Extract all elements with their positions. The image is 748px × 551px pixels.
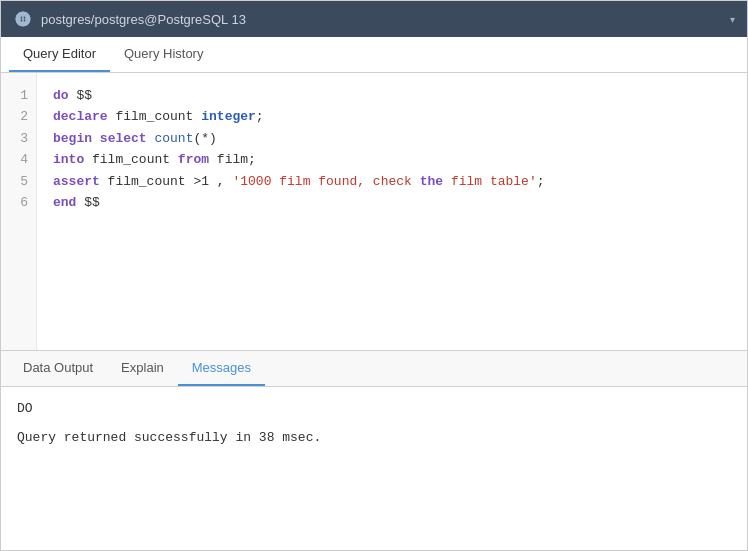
code-line-1: do $$ [53,85,731,106]
code-text: (*) [193,131,216,146]
line-num-5: 5 [13,171,28,192]
connection-title: postgres/postgres@PostgreSQL 13 [41,12,722,27]
kw-assert: assert [53,174,100,189]
code-editor[interactable]: do $$ declare film_count integer; begin … [37,73,747,350]
output-line-1: DO [17,399,731,420]
line-num-3: 3 [13,128,28,149]
code-text: film_count >1 , [100,174,233,189]
code-text: film_count [84,152,178,167]
bottom-tab-bar: Data Output Explain Messages [1,351,747,387]
output-area: DO Query returned successfully in 38 mse… [1,387,747,550]
kw-from: from [178,152,209,167]
code-line-2: declare film_count integer; [53,106,731,127]
code-line-5: assert film_count >1 , '1000 film found,… [53,171,731,192]
kw-select: select [100,131,147,146]
app-container: postgres/postgres@PostgreSQL 13 ▾ Query … [0,0,748,551]
tab-query-editor[interactable]: Query Editor [9,37,110,72]
str-literal-2: film table' [443,174,537,189]
fn-count: count [154,131,193,146]
code-text: film_count [108,109,202,124]
kw-the: the [420,174,443,189]
code-text: film; [209,152,256,167]
kw-end: end [53,195,76,210]
bottom-panel: Data Output Explain Messages DO Query re… [1,350,747,550]
code-line-6: end $$ [53,192,731,213]
tab-explain[interactable]: Explain [107,351,178,386]
editor-area: 1 2 3 4 5 6 do $$ declare film_count int… [1,73,747,350]
main-tab-bar: Query Editor Query History [1,37,747,73]
code-line-3: begin select count(*) [53,128,731,149]
code-line-4: into film_count from film; [53,149,731,170]
line-num-2: 2 [13,106,28,127]
kw-integer: integer [201,109,256,124]
dropdown-chevron-icon[interactable]: ▾ [730,14,735,25]
kw-declare: declare [53,109,108,124]
pgadmin-icon [13,9,33,29]
code-text [92,131,100,146]
tab-data-output[interactable]: Data Output [9,351,107,386]
code-text: $$ [76,195,99,210]
kw-do: do [53,88,69,103]
line-num-6: 6 [13,192,28,213]
code-text: $$ [69,88,92,103]
title-bar: postgres/postgres@PostgreSQL 13 ▾ [1,1,747,37]
line-numbers: 1 2 3 4 5 6 [1,73,37,350]
code-text: ; [537,174,545,189]
code-text: ; [256,109,264,124]
tab-query-history[interactable]: Query History [110,37,217,72]
line-num-1: 1 [13,85,28,106]
output-line-3: Query returned successfully in 38 msec. [17,428,731,449]
str-literal: '1000 film found, check [232,174,419,189]
kw-into: into [53,152,84,167]
tab-messages[interactable]: Messages [178,351,265,386]
line-num-4: 4 [13,149,28,170]
kw-begin: begin [53,131,92,146]
